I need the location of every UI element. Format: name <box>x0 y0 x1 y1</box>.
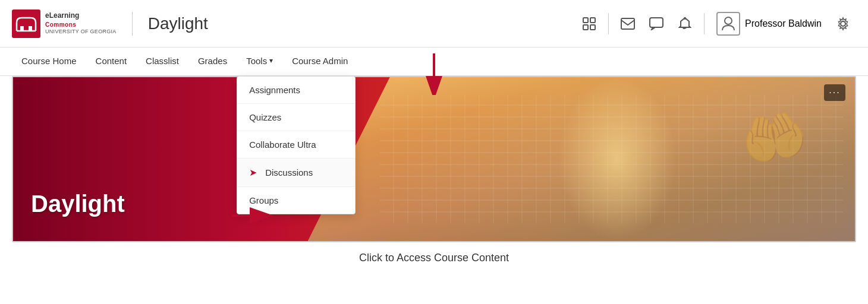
user-avatar <box>716 12 740 36</box>
user-avatar-icon <box>721 16 735 31</box>
tools-dropdown-menu: Assignments Quizzes Collaborate Ultra ➤ … <box>237 76 356 214</box>
svg-rect-10 <box>590 18 595 23</box>
svg-rect-12 <box>590 25 595 30</box>
discussions-arrow-icon: ➤ <box>249 167 257 178</box>
apps-grid-icon <box>583 17 596 30</box>
chat-button[interactable] <box>643 11 669 37</box>
settings-button[interactable] <box>830 11 856 37</box>
logo-box[interactable]: eLearning Commons UNIVERSITY OF GEORGIA <box>12 10 117 38</box>
mail-button[interactable] <box>615 11 641 37</box>
dropdown-item-assignments[interactable]: Assignments <box>237 77 355 104</box>
dropdown-item-discussions[interactable]: ➤ Discussions <box>237 159 355 187</box>
top-header: eLearning Commons UNIVERSITY OF GEORGIA … <box>0 0 868 48</box>
uga-logo-icon <box>12 10 40 38</box>
nav-content[interactable]: Content <box>86 48 137 76</box>
logo-text: eLearning Commons UNIVERSITY OF GEORGIA <box>45 11 117 35</box>
subtitle-text: Click to Access Course Content <box>359 252 509 264</box>
tools-chevron-icon: ▾ <box>269 56 273 65</box>
user-area[interactable]: Professor Baldwin <box>710 8 828 39</box>
nav-classlist[interactable]: Classlist <box>136 48 188 76</box>
subtitle-area: Click to Access Course Content <box>0 242 868 269</box>
dropdown-item-collaborate-ultra[interactable]: Collaborate Ultra <box>237 131 355 159</box>
tools-dropdown-wrapper: Tools ▾ Assignments Quizzes Collaborate … <box>237 48 282 76</box>
nav-grades[interactable]: Grades <box>188 48 237 76</box>
header-divider-1 <box>608 13 609 34</box>
bell-icon <box>678 17 691 31</box>
apps-grid-button[interactable] <box>576 11 602 37</box>
dropdown-item-quizzes[interactable]: Quizzes <box>237 104 355 131</box>
banner-area: 🤲 Daylight ··· <box>12 76 856 242</box>
svg-rect-11 <box>583 25 588 30</box>
svg-rect-14 <box>650 18 663 27</box>
banner-title: Daylight <box>31 191 125 217</box>
chat-icon <box>649 17 663 30</box>
notifications-button[interactable] <box>672 11 698 37</box>
banner-more-button[interactable]: ··· <box>824 84 845 101</box>
logo-commons: Commons <box>45 21 117 28</box>
header-right: Professor Baldwin <box>576 8 856 39</box>
nav-course-admin[interactable]: Course Admin <box>282 48 357 76</box>
svg-point-15 <box>684 17 686 20</box>
gear-icon <box>836 17 850 31</box>
header-divider-2 <box>704 13 705 34</box>
site-title: Daylight <box>148 14 208 33</box>
logo-area: eLearning Commons UNIVERSITY OF GEORGIA … <box>12 10 208 38</box>
banner-hands-emoji: 🤲 <box>736 102 813 175</box>
logo-divider <box>132 12 133 36</box>
nav-course-home[interactable]: Course Home <box>12 48 86 76</box>
logo-elearning: eLearning <box>45 11 117 21</box>
svg-point-16 <box>725 17 732 24</box>
user-name-label: Professor Baldwin <box>745 18 822 29</box>
nav-bar: Course Home Content Classlist Grades Too… <box>0 48 868 76</box>
svg-rect-9 <box>583 18 588 23</box>
mail-icon <box>621 18 635 30</box>
svg-rect-13 <box>621 18 634 29</box>
logo-university: UNIVERSITY OF GEORGIA <box>45 28 117 36</box>
svg-point-17 <box>841 21 845 26</box>
dropdown-item-groups[interactable]: Groups <box>237 187 355 214</box>
nav-tools[interactable]: Tools ▾ <box>237 48 282 76</box>
